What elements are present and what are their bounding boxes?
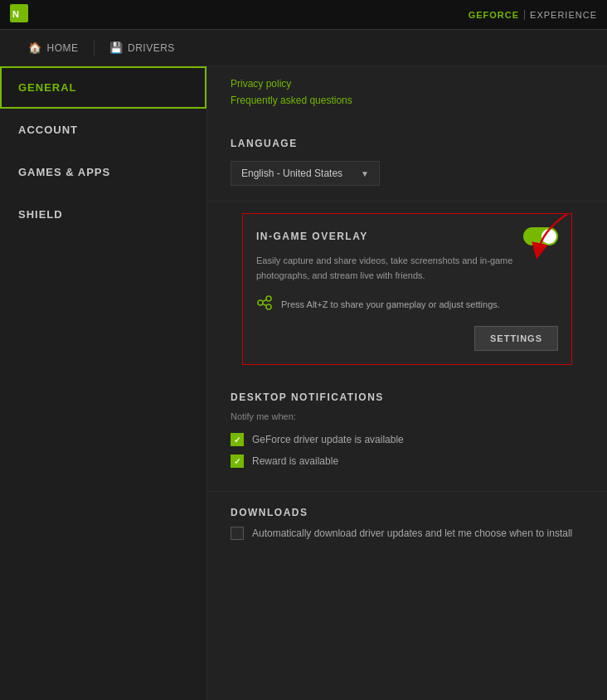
sidebar-item-shield[interactable]: SHIELD bbox=[0, 193, 206, 236]
privacy-policy-link[interactable]: Privacy policy bbox=[231, 78, 584, 90]
overlay-settings-button[interactable]: SETTINGS bbox=[474, 326, 558, 351]
geforce-text: GEFORCE bbox=[469, 10, 519, 20]
language-section: LANGUAGE English - United States ▼ bbox=[207, 123, 607, 202]
experience-text: EXPERIENCE bbox=[530, 10, 597, 20]
download-item-0: Automatically download driver updates an… bbox=[231, 527, 584, 540]
notifications-title: DESKTOP NOTIFICATIONS bbox=[231, 391, 584, 403]
notification-item-1: ✓ Reward is available bbox=[231, 455, 584, 468]
overlay-header: IN-GAME OVERLAY bbox=[256, 227, 558, 245]
language-title: LANGUAGE bbox=[231, 138, 584, 149]
overlay-section: IN-GAME OVERLAY Easily capture and share… bbox=[242, 213, 572, 365]
checkbox-geforce-update[interactable]: ✓ bbox=[231, 433, 244, 446]
checkbox-auto-download[interactable] bbox=[231, 527, 244, 540]
drivers-icon: 💾 bbox=[109, 41, 124, 54]
nav-drivers-label: DRIVERS bbox=[128, 42, 175, 54]
home-icon: 🏠 bbox=[28, 41, 42, 54]
sidebar-item-games-apps[interactable]: GAMES & APPS bbox=[0, 151, 206, 193]
nav-bar: 🏠 HOME 💾 DRIVERS bbox=[0, 30, 607, 66]
nav-home[interactable]: 🏠 HOME bbox=[13, 30, 94, 66]
content-area: Privacy policy Frequently asked question… bbox=[207, 66, 607, 700]
overlay-wrapper: IN-GAME OVERLAY Easily capture and share… bbox=[207, 213, 607, 365]
svg-point-4 bbox=[266, 304, 271, 309]
svg-line-6 bbox=[263, 304, 267, 305]
overlay-title: IN-GAME OVERLAY bbox=[256, 231, 368, 242]
svg-point-3 bbox=[258, 300, 263, 305]
faq-link[interactable]: Frequently asked questions bbox=[231, 95, 584, 106]
chevron-down-icon: ▼ bbox=[361, 169, 369, 178]
notification-item-0: ✓ GeForce driver update is available bbox=[231, 433, 584, 446]
notifications-subtitle: Notify me when: bbox=[231, 411, 584, 421]
overlay-description: Easily capture and share videos, take sc… bbox=[256, 254, 558, 283]
main-layout: GENERAL ACCOUNT GAMES & APPS SHIELD Priv… bbox=[0, 66, 607, 700]
notifications-section: DESKTOP NOTIFICATIONS Notify me when: ✓ … bbox=[207, 377, 607, 492]
top-links: Privacy policy Frequently asked question… bbox=[207, 66, 607, 123]
sidebar-item-account[interactable]: ACCOUNT bbox=[0, 109, 206, 151]
notification-label-0: GeForce driver update is available bbox=[252, 434, 404, 445]
brand-divider bbox=[524, 10, 525, 20]
language-dropdown[interactable]: English - United States ▼ bbox=[231, 161, 380, 186]
language-selected: English - United States bbox=[241, 168, 342, 179]
nav-drivers[interactable]: 💾 DRIVERS bbox=[95, 30, 190, 66]
nvidia-logo: N bbox=[10, 4, 28, 26]
checkbox-reward[interactable]: ✓ bbox=[231, 455, 244, 468]
geforce-brand: GEFORCE EXPERIENCE bbox=[469, 10, 597, 20]
notification-label-1: Reward is available bbox=[252, 455, 338, 467]
svg-point-2 bbox=[266, 296, 271, 301]
download-label-0: Automatically download driver updates an… bbox=[252, 527, 572, 539]
overlay-hint-text: Press Alt+Z to share your gameplay or ad… bbox=[281, 299, 500, 309]
share-icon bbox=[256, 294, 273, 314]
checkmark-icon-1: ✓ bbox=[234, 457, 240, 466]
svg-text:N: N bbox=[12, 9, 19, 19]
overlay-toggle[interactable] bbox=[523, 227, 558, 245]
top-bar: N GEFORCE EXPERIENCE bbox=[0, 0, 607, 30]
svg-line-5 bbox=[263, 299, 267, 301]
settings-button-container: SETTINGS bbox=[256, 326, 558, 351]
downloads-section: DOWNLOADS Automatically download driver … bbox=[207, 492, 607, 563]
downloads-title: DOWNLOADS bbox=[231, 507, 584, 518]
checkmark-icon: ✓ bbox=[234, 435, 240, 445]
sidebar: GENERAL ACCOUNT GAMES & APPS SHIELD bbox=[0, 66, 207, 700]
sidebar-item-general[interactable]: GENERAL bbox=[0, 66, 206, 109]
toggle-knob bbox=[541, 229, 556, 244]
overlay-hint: Press Alt+Z to share your gameplay or ad… bbox=[256, 294, 558, 314]
nav-home-label: HOME bbox=[47, 42, 79, 54]
